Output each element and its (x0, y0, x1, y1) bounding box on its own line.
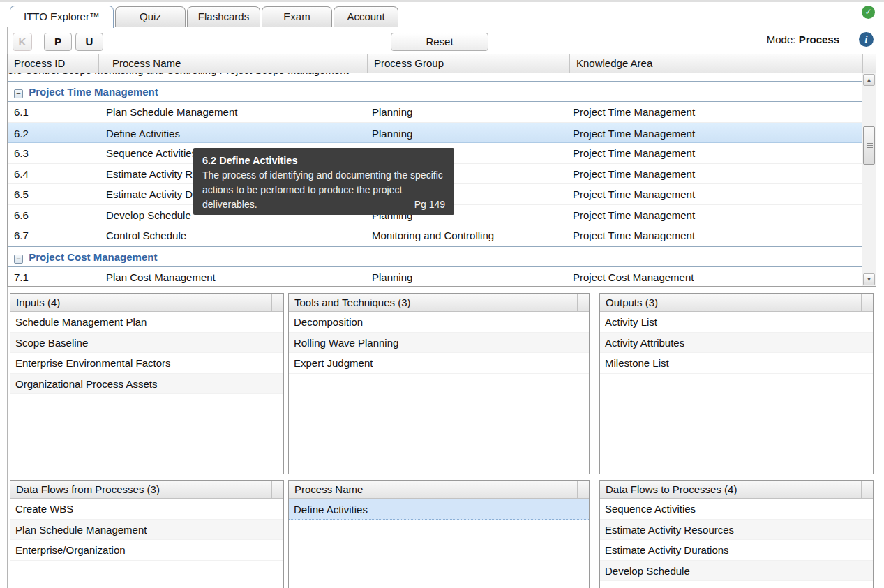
process-name-list: Define Activities (289, 499, 589, 588)
table-row[interactable]: 6.1 Plan Schedule Management Planning Pr… (8, 102, 862, 123)
column-header-process-group: Process Group (368, 54, 570, 73)
cell-process-id: 6.6 (14, 205, 98, 225)
list-item[interactable]: Expert Judgment (289, 353, 589, 374)
info-icon[interactable]: i (859, 32, 874, 47)
list-item[interactable]: Schedule Management Plan (10, 312, 283, 333)
cell-process-group: Monitoring and Controlling (372, 225, 569, 246)
list-item[interactable]: Develop Schedule (600, 561, 873, 582)
process-name-header: Process Name (289, 481, 589, 499)
column-header-knowledge-area: Knowledge Area (570, 54, 863, 73)
outputs-list: Activity ListActivity AttributesMileston… (600, 312, 873, 474)
mode-value: Process (799, 33, 839, 45)
thumb-grip-icon (867, 143, 873, 149)
tab-exam[interactable]: Exam (262, 6, 332, 27)
list-item[interactable]: Activity List (600, 312, 873, 333)
list-item[interactable]: Scope Baseline (10, 333, 283, 354)
scrollbar-thumb[interactable] (863, 126, 875, 165)
list-item[interactable]: Enterprise Environmental Factors (10, 353, 283, 374)
group-row-cost-management[interactable]: − Project Cost Management (8, 246, 862, 267)
cell-process-group: Planning (372, 267, 569, 287)
cell-process-id: 6.3 (14, 143, 98, 163)
list-item[interactable]: Sequence Activities (600, 499, 873, 520)
list-item[interactable]: Estimate Activity Resources (600, 520, 873, 541)
top-strip (0, 0, 884, 2)
cell-process-id: 6.2 (14, 123, 98, 143)
process-name-panel: Process Name Define Activities (288, 480, 590, 588)
mode-label: Mode: (767, 33, 796, 45)
group-row-time-management[interactable]: − Project Time Management (8, 81, 862, 102)
data-flows-to-header: Data Flows to Processes (4) (600, 481, 873, 499)
tools-panel: Tools and Techniques (3) DecompositionRo… (288, 293, 590, 474)
table-header: Process ID Process Name Process Group Kn… (8, 54, 876, 73)
list-item[interactable]: Activity Attributes (600, 333, 873, 354)
tools-list: DecompositionRolling Wave PlanningExpert… (289, 312, 589, 474)
list-item[interactable]: Create WBS (10, 499, 283, 520)
data-flows-to-panel: Data Flows to Processes (4) Sequence Act… (599, 480, 874, 588)
cell-process-group: Planning (372, 102, 569, 122)
list-item[interactable]: Organizational Process Assets (10, 374, 283, 395)
process-tooltip: 6.2 Define Activities The process of ide… (193, 148, 454, 215)
tooltip-body: The process of identifying and documenti… (202, 168, 445, 212)
cell-process-id: 6.4 (14, 164, 98, 184)
group-label: Project Time Management (29, 86, 158, 98)
column-header-process-name: Process Name (99, 54, 368, 73)
group-label: Project Cost Management (29, 251, 157, 263)
table-row-selected[interactable]: 6.2 Define Activities Planning Project T… (8, 123, 862, 144)
tab-itto-explorer[interactable]: ITTO Explorer™ (10, 6, 114, 28)
selected-process-item[interactable]: Define Activities (289, 499, 589, 520)
cell-process-id: 6.5 (14, 184, 98, 204)
collapse-icon[interactable]: − (14, 89, 23, 98)
table-row-clipped[interactable]: 5.6 Control Scope Monitoring and Control… (8, 73, 862, 81)
data-flows-from-list: Create WBSPlan Schedule ManagementEnterp… (10, 499, 283, 588)
scroll-down-icon[interactable]: ▼ (863, 273, 875, 285)
collapse-icon[interactable]: − (14, 255, 23, 264)
reset-button[interactable]: Reset (391, 33, 488, 51)
status-check-icon: ✓ (862, 6, 875, 19)
cell-process-id: 6.1 (14, 102, 98, 122)
header-scrollbar-spacer (863, 54, 876, 73)
tab-account[interactable]: Account (334, 6, 398, 27)
p-button[interactable]: P (44, 33, 72, 51)
table-row[interactable]: 7.1 Plan Cost Management Planning Projec… (8, 267, 862, 287)
scroll-up-icon[interactable]: ▲ (863, 74, 875, 86)
list-item[interactable]: Estimate Activity Durations (600, 540, 873, 561)
outputs-panel-header: Outputs (3) (600, 294, 873, 312)
outputs-panel: Outputs (3) Activity ListActivity Attrib… (599, 293, 874, 474)
cell-knowledge-area: Project Time Management (573, 184, 860, 204)
list-item[interactable]: Enterprise/Organization (10, 540, 283, 561)
data-flows-to-list: Sequence ActivitiesEstimate Activity Res… (600, 499, 873, 588)
cell-knowledge-area: Project Scope Management (220, 73, 349, 76)
cell-process-name: Plan Cost Management (106, 267, 366, 287)
cell-process-group: Monitoring and Controlling (94, 73, 216, 76)
cell-knowledge-area: Project Time Management (573, 225, 860, 246)
list-item[interactable]: Decomposition (289, 312, 589, 333)
cell-process-name: Control Schedule (106, 225, 366, 246)
mode-indicator: Mode: Process (767, 33, 839, 45)
cell-process-id: 5.6 (8, 73, 22, 76)
cell-knowledge-area: Project Time Management (573, 143, 860, 163)
data-flows-from-panel: Data Flows from Processes (3) Create WBS… (10, 480, 284, 588)
table-row[interactable]: 6.7 Control Schedule Monitoring and Cont… (8, 225, 862, 246)
tools-panel-header: Tools and Techniques (3) (289, 294, 589, 312)
cell-process-id: 7.1 (14, 267, 98, 287)
cell-process-group: Planning (372, 123, 569, 143)
k-button[interactable]: K (13, 33, 32, 51)
cell-knowledge-area: Project Time Management (573, 164, 860, 184)
cell-process-name: Plan Schedule Management (106, 102, 366, 122)
list-item[interactable]: Plan Schedule Management (10, 520, 283, 541)
tooltip-page-ref: Pg 149 (414, 197, 445, 212)
tooltip-title: 6.2 Define Activities (202, 153, 445, 168)
inputs-panel-header: Inputs (4) (10, 294, 283, 312)
cell-knowledge-area: Project Time Management (573, 205, 860, 225)
cell-process-name: Define Activities (106, 123, 366, 143)
cell-knowledge-area: Project Cost Management (573, 267, 860, 287)
tab-quiz[interactable]: Quiz (115, 6, 186, 27)
tab-flashcards[interactable]: Flashcards (187, 6, 260, 27)
cell-knowledge-area: Project Time Management (573, 102, 860, 122)
table-scrollbar[interactable]: ▲ ▼ (862, 73, 876, 286)
cell-knowledge-area: Project Time Management (573, 123, 860, 143)
u-button[interactable]: U (75, 33, 103, 51)
list-item[interactable]: Rolling Wave Planning (289, 333, 589, 354)
tooltip-description: The process of identifying and documenti… (202, 169, 443, 210)
list-item[interactable]: Milestone List (600, 353, 873, 374)
